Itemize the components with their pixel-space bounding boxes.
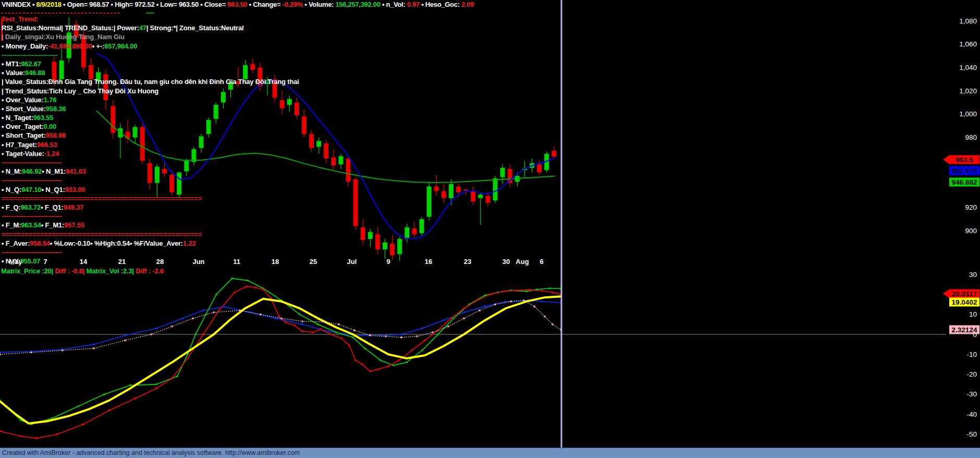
overlay-line: | Value_Status:Đinh Gia Tang Truong. Đâu… <box>2 77 299 86</box>
text-segment: • N_Q1: <box>42 186 65 194</box>
text-segment: 1.22 <box>183 239 196 247</box>
overlay-line: • F_Q:963.72• F_Q1:949.37 <box>2 203 299 212</box>
text-segment: 963.55 <box>33 114 54 122</box>
candle-body <box>478 195 483 198</box>
text-segment: | Trend_Status:Tich Luy _ Cho Thay Đôi X… <box>2 87 158 95</box>
text-segment: • Taget-Value: <box>2 150 44 158</box>
matrix-blue-marker <box>155 328 157 329</box>
matrix-red-marker <box>377 368 378 370</box>
matrix-green-marker <box>452 318 454 319</box>
matrix-blue-marker <box>124 334 126 336</box>
text-segment: 0.00 <box>43 123 56 130</box>
date-axis-label: 25 <box>310 258 317 266</box>
overlay-line: ---------------------------- <box>2 212 299 221</box>
matrix-pink-signal-marker <box>385 335 386 337</box>
matrix-red-marker <box>187 357 188 359</box>
overlay-line: • F_Aver:958.54• %Low:-0.10• %High:0.54•… <box>2 239 299 248</box>
text-segment: 946.88 <box>25 69 45 77</box>
text-segment: VNINDEX <box>2 1 32 8</box>
candle-body <box>316 141 321 147</box>
text-segment: 966.53 <box>37 141 57 149</box>
date-axis-label: Jul <box>347 258 357 266</box>
matrix-blue-marker <box>421 328 423 329</box>
overlay-line: • Taget-Value:-1.24 <box>2 149 299 158</box>
matrix-green-marker <box>379 359 381 361</box>
candle-body <box>420 219 424 233</box>
text-segment: -0.29% <box>283 1 303 8</box>
matrix-blue-marker <box>442 320 444 321</box>
price-axis-label: 920 <box>965 203 977 211</box>
matrix-red-marker <box>246 285 247 287</box>
matrix-green-marker <box>187 354 188 355</box>
candle-body <box>302 116 307 134</box>
text-segment: Matrix_Price :20| <box>1 267 53 275</box>
overlay-line: ---------------------------- <box>2 158 299 167</box>
matrix-pink-signal-marker <box>432 332 433 333</box>
matrix-pink-signal-marker <box>544 316 545 317</box>
matrix-pink-signal-marker <box>447 326 449 327</box>
price-axis-label: 980 <box>965 134 977 141</box>
matrix-blue-marker <box>484 306 485 307</box>
candle-body <box>442 191 446 198</box>
text-segment: ========================================… <box>2 231 202 238</box>
text-segment: ---------------------------- <box>2 176 62 184</box>
matrix-blue-marker <box>275 318 277 319</box>
matrix-pink-signal-marker <box>400 336 402 338</box>
matrix-red-marker <box>515 290 517 291</box>
text-segment: • Change= <box>247 1 282 8</box>
matrix-green-marker <box>20 419 21 421</box>
matrix-blue-marker <box>93 344 94 345</box>
matrix-blue-marker <box>400 333 402 335</box>
matrix-pink-signal-marker <box>0 354 1 355</box>
matrix-pink-signal-marker <box>523 299 524 301</box>
last-value-tag-label: 962.674 <box>952 167 977 175</box>
overlay-line: • N_M:946.92• N_M1:941.03 <box>2 167 299 176</box>
matrix-pink-signal-marker <box>239 309 240 311</box>
text-segment: • N_Y: <box>2 257 20 265</box>
candle-body <box>309 134 314 148</box>
overlay-line: ---------------------------- <box>2 248 299 257</box>
matrix-green-marker <box>406 361 407 363</box>
text-segment: • Heso_Goc: <box>420 1 461 8</box>
matrix-red-marker <box>234 292 235 293</box>
candle-body <box>338 156 343 164</box>
text-segment: • H7_Taget: <box>2 141 37 149</box>
text-segment: 963.54 <box>21 221 41 229</box>
text-segment: 958.54 <box>30 239 50 247</box>
text-segment: RSI_Status:Normal| TREND_Status:| Power: <box>2 24 139 32</box>
date-axis-label: Aug <box>516 258 529 266</box>
candle-body <box>552 151 556 156</box>
text-segment: • Value: <box>2 69 25 77</box>
text-segment: 962.67 <box>21 60 41 68</box>
candle-body <box>405 227 409 239</box>
indicator-axis-label: -20 <box>966 370 977 378</box>
candle-body <box>368 232 373 239</box>
candle-body <box>493 178 498 200</box>
matrix-green-marker <box>299 314 300 315</box>
matrix-yellow-line <box>0 296 561 424</box>
price-axis-label: 1,000 <box>959 110 977 118</box>
text-segment: 0.97 <box>407 1 420 8</box>
candle-body <box>346 159 351 182</box>
matrix-green-marker <box>194 333 196 335</box>
overlay-line: • Value:946.88 <box>2 68 299 77</box>
text-segment: 941.03 <box>66 167 86 175</box>
overlay-line: • N_Taget:963.55 <box>2 113 299 122</box>
text-segment: • %Low:-0.10• %High:0.54• %F/Value_Aver: <box>50 239 183 247</box>
text-segment: -------------------------- <box>2 51 57 59</box>
price-axis-label: 1,040 <box>959 64 977 71</box>
text-segment: 963.72 <box>21 203 41 211</box>
matrix-pink-signal-marker <box>369 334 371 336</box>
text-segment: • Short_Taget: <box>2 131 46 139</box>
text-segment: 955.07 <box>20 257 41 265</box>
indicator-axis-label: -40 <box>966 411 977 418</box>
matrix-red-marker <box>476 299 477 301</box>
matrix-green-marker <box>421 349 423 351</box>
matrix-red-marker <box>320 328 321 330</box>
matrix-red-marker <box>56 433 58 435</box>
matrix-red-marker <box>489 294 491 295</box>
matrix-red-marker <box>202 333 204 335</box>
matrix-pink-signal-marker <box>301 321 303 322</box>
matrix-red-marker <box>348 344 350 346</box>
text-segment: • F_Q1: <box>41 203 64 211</box>
